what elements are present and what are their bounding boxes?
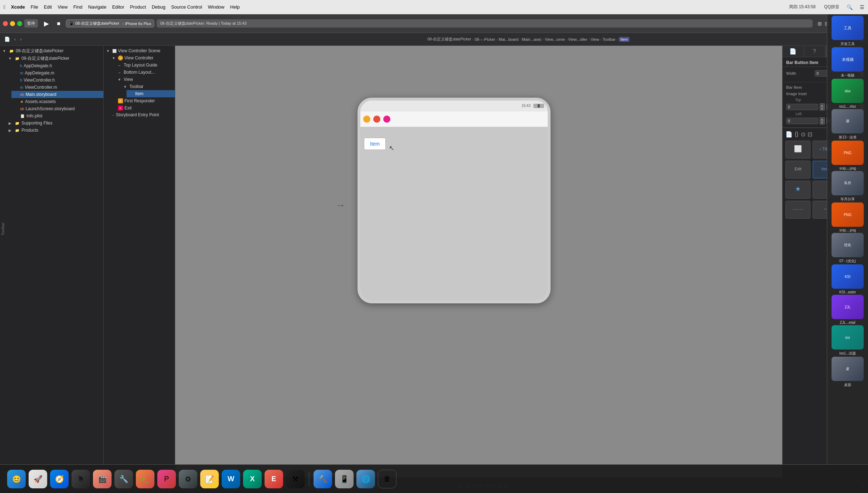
left-inc[interactable]: ▲	[820, 117, 825, 121]
apple-menu[interactable]: 	[4, 4, 5, 10]
nav-item-products[interactable]: ▶ 📁 Products	[6, 127, 103, 134]
control-center-icon[interactable]: ☰	[860, 4, 864, 10]
dock-trash[interactable]: 🗑	[378, 470, 396, 488]
palette-star-item[interactable]: ★	[785, 181, 810, 199]
bc-view[interactable]: View	[591, 37, 599, 42]
inspector-tab-file[interactable]: 📄	[783, 46, 804, 57]
scene-vc-scene[interactable]: ▼ ⬜ View Controller Scene	[104, 47, 175, 54]
nav-item-viewcontrollerm[interactable]: m ViewController.m	[11, 84, 103, 91]
scheme-selector[interactable]: 📱 08-自定义键盘datePicker › iPhone 6s Plus	[66, 19, 154, 28]
search-icon[interactable]: 🔍	[847, 4, 853, 10]
nav-item-launchscreen[interactable]: sb LaunchScreen.storyboard	[11, 105, 103, 112]
item-button[interactable]: Item	[364, 138, 386, 150]
palette-file-icon[interactable]: 📄	[785, 131, 793, 138]
menu-navigate[interactable]: Navigate	[88, 4, 106, 10]
menu-window[interactable]: Window	[208, 4, 225, 10]
dock-mouse[interactable]: 🖱	[71, 470, 90, 488]
inspector-tab-quick-help[interactable]: ?	[804, 46, 825, 57]
pause-button[interactable]: 暂停	[24, 19, 38, 28]
palette-object-icon[interactable]: ⊙	[801, 131, 805, 138]
dock-excel[interactable]: X	[243, 470, 262, 488]
minimize-button[interactable]	[10, 21, 15, 26]
desktop-icon-optimize[interactable]: 优化 07···(优化)	[829, 233, 867, 264]
desktop-icon-chedan[interactable]: 车丹 车丹分享	[829, 171, 867, 202]
scene-item[interactable]: Item	[127, 90, 175, 97]
desktop-icon-snip1[interactable]: PNG snip....png	[829, 141, 867, 170]
scene-view[interactable]: ▼ View	[115, 76, 175, 83]
scene-top-layout[interactable]: – Top Layout Guide	[115, 62, 175, 69]
desktop-icon-course[interactable]: 课 第13···业准	[829, 109, 867, 140]
nav-item-appdelegatem[interactable]: m AppDelegate.m	[11, 69, 103, 77]
menu-editor[interactable]: Editor	[112, 4, 124, 10]
dock-tools[interactable]: 🔧	[114, 470, 133, 488]
menu-xcode[interactable]: Xcode	[11, 4, 25, 10]
nav-item-group[interactable]: ▼ 📁 08-自定义键盘datePicker	[6, 55, 103, 62]
nav-item-viewcontrollerh[interactable]: h ViewController.h	[11, 77, 103, 84]
scene-toolbar[interactable]: ▼ Toolbar	[121, 83, 175, 90]
scene-exit[interactable]: E Exit	[109, 104, 175, 112]
dock-notes[interactable]: 📝	[200, 470, 219, 488]
palette-code-icon[interactable]: {}	[795, 131, 799, 138]
nav-item-infoplist[interactable]: 📋 Info.plist	[11, 112, 103, 119]
dock-terminal[interactable]: >_	[136, 470, 154, 488]
scene-first-responder[interactable]: F First Responder	[109, 97, 175, 104]
navigator-toggle[interactable]: ⊞	[818, 21, 822, 26]
bc-picker[interactable]: 08----Picker	[475, 37, 495, 42]
dock-pinstruct[interactable]: P	[157, 470, 176, 488]
palette-media-icon[interactable]: ⊡	[808, 131, 812, 138]
bc-base[interactable]: Main...ase)	[522, 37, 541, 42]
menu-debug[interactable]: Debug	[152, 4, 165, 10]
left-dec[interactable]: ▼	[820, 121, 825, 125]
dock-app2[interactable]: 📱	[335, 470, 354, 488]
scene-bottom-layout[interactable]: – Bottom Layout...	[115, 69, 175, 76]
dock-dvd[interactable]: 🎬	[93, 470, 112, 488]
dock-app1[interactable]: ⚒	[286, 470, 305, 488]
menu-file[interactable]: File	[31, 4, 38, 10]
nav-forward[interactable]: ›	[19, 36, 23, 43]
nav-back[interactable]: ‹	[13, 36, 17, 43]
maximize-button[interactable]	[17, 21, 22, 26]
dock-browser[interactable]: 🌐	[356, 470, 375, 488]
dock-finder[interactable]: 😊	[7, 470, 26, 488]
nav-item-project-root[interactable]: ▼ 📁 08-自定义键盘datePicker	[0, 47, 103, 55]
bc-toolbar[interactable]: Toolbar	[603, 37, 616, 42]
top-inc[interactable]: ▲	[820, 103, 825, 107]
nav-item-mainstoryboard[interactable]: sb Main.storyboard	[11, 91, 103, 98]
scene-entry-point[interactable]: → Storyboard Entry Point	[109, 112, 175, 118]
top-inset-input[interactable]	[786, 104, 818, 110]
desktop-icon-snip2[interactable]: PNG snip....png	[829, 202, 867, 232]
dock-safari[interactable]: 🧭	[50, 470, 69, 488]
top-dec[interactable]: ▼	[820, 107, 825, 111]
run-button[interactable]: ▶	[41, 19, 51, 29]
close-button[interactable]	[3, 21, 8, 26]
menu-help[interactable]: Help	[230, 4, 240, 10]
desktop-icon-xlsx1[interactable]: xlsx ios1....xlsx	[829, 79, 867, 108]
dock-launchpad[interactable]: 🚀	[29, 470, 47, 488]
menu-edit[interactable]: Edit	[44, 4, 52, 10]
dock-word[interactable]: W	[222, 470, 240, 488]
nav-item-appdelegateh[interactable]: h AppDelegate.h	[11, 62, 103, 69]
desktop-icon-devtools[interactable]: 工具 开发工具	[829, 16, 867, 47]
palette-edit-item[interactable]: Edit	[785, 161, 810, 179]
bc-project[interactable]: 08-自定义键盘datePicker	[427, 36, 471, 42]
desktop-icon-ksi[interactable]: KSI KSI...aster	[829, 264, 867, 294]
desktop-icon-video[interactable]: 未视频 未···视频	[829, 47, 867, 78]
palette-plain-item[interactable]: ⬜	[785, 141, 810, 158]
stop-button[interactable]: ■	[54, 19, 64, 29]
menu-view[interactable]: View	[58, 4, 68, 10]
dock-settings[interactable]: ⚙	[179, 470, 197, 488]
menu-find[interactable]: Find	[73, 4, 82, 10]
dock-emmc[interactable]: E	[265, 470, 283, 488]
desktop-icon-ios-test[interactable]: ios ios1...试题	[829, 325, 867, 356]
palette-dashes-item[interactable]: - - - - -	[785, 201, 810, 219]
left-inset-input[interactable]	[786, 118, 818, 124]
bc-item[interactable]: Item	[619, 37, 629, 42]
desktop-icon-desktop[interactable]: 桌 桌面	[829, 357, 867, 387]
nav-item-assets[interactable]: ★ Assets.xcassets	[11, 98, 103, 105]
bc-scene[interactable]: View...cene	[545, 37, 565, 42]
bc-board[interactable]: Mai...board	[499, 37, 518, 42]
bc-controller[interactable]: View...oller	[568, 37, 587, 42]
menu-product[interactable]: Product	[130, 4, 146, 10]
menu-input-method[interactable]: QQ拼音	[824, 4, 839, 10]
desktop-icon-zjl[interactable]: ZJL ZJL...etail	[829, 295, 867, 324]
